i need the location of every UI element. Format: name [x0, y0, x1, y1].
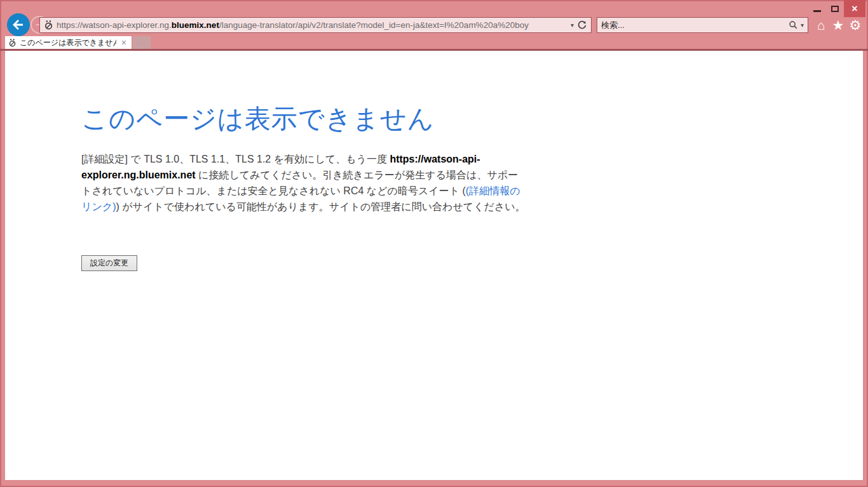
error-page-favicon: [8, 39, 17, 47]
favorites-star-icon[interactable]: ★: [830, 18, 846, 33]
text-segment: [詳細設定] で TLS 1.0、TLS 1.1、TLS 1.2 を有効にして、…: [81, 154, 390, 164]
text-segment: ) がサイトで使われている可能性があります。サイトの管理者に問い合わせてください…: [116, 201, 525, 212]
change-settings-button[interactable]: 設定の変更: [81, 255, 137, 271]
new-tab-button[interactable]: [133, 36, 151, 49]
page-content: このページは表示できません [詳細設定] で TLS 1.0、TLS 1.1、T…: [5, 51, 863, 480]
browser-window: × https://watson-api-explorer.ng.bluemix…: [0, 0, 868, 487]
address-bar[interactable]: https://watson-api-explorer.ng.bluemix.n…: [39, 17, 592, 33]
text-segment: bluemix.net: [172, 20, 219, 30]
home-icon[interactable]: ⌂: [813, 18, 829, 33]
search-box: ▾: [597, 17, 808, 33]
tab-close-icon[interactable]: ×: [119, 38, 128, 47]
search-icon[interactable]: [789, 20, 798, 30]
maximize-icon: [831, 6, 839, 12]
url-text: https://watson-api-explorer.ng.bluemix.n…: [57, 20, 567, 30]
browser-tab[interactable]: このページは表示できません ×: [5, 36, 132, 49]
back-button[interactable]: [7, 13, 30, 36]
search-input[interactable]: [601, 20, 786, 30]
settings-gear-icon[interactable]: ⚙: [847, 18, 864, 33]
arrow-left-icon: [12, 19, 25, 30]
text-segment: https://watson-api-explorer.ng.: [57, 20, 172, 30]
error-page-favicon: [44, 20, 53, 30]
refresh-icon[interactable]: [577, 20, 587, 30]
text-segment: /language-translator/api/v2/translate?mo…: [219, 20, 529, 30]
tab-title: このページは表示できません: [20, 37, 116, 48]
error-page-title: このページは表示できません: [81, 102, 435, 137]
url-dropdown-icon[interactable]: ▾: [571, 22, 574, 29]
search-dropdown-icon[interactable]: ▾: [801, 22, 804, 29]
maximize-button[interactable]: [826, 0, 844, 17]
error-page-description: [詳細設定] で TLS 1.0、TLS 1.1、TLS 1.2 を有効にして、…: [81, 151, 526, 215]
minimize-icon: [813, 10, 821, 12]
close-icon: ×: [851, 4, 857, 14]
close-button[interactable]: ×: [844, 0, 865, 17]
minimize-button[interactable]: [808, 0, 826, 17]
